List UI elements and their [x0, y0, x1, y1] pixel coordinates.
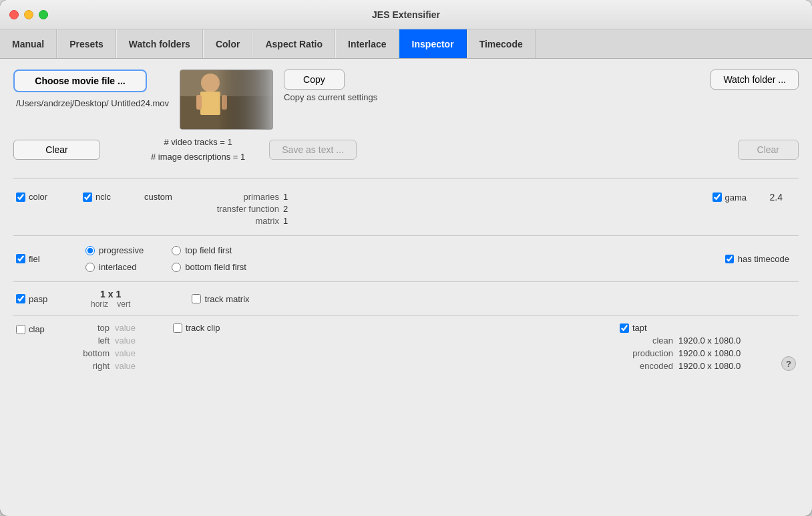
tapt-production-row: production 1920.0 x 1080.0 [620, 348, 765, 358]
clap-left-row: left value [83, 336, 136, 346]
gama-value: 2.4 [770, 192, 783, 203]
tapt-values: clean 1920.0 x 1080.0 production 1920.0 … [620, 336, 765, 371]
pasp-checkbox-label[interactable]: pasp [16, 294, 69, 304]
has-timecode-group: has timecode [725, 254, 796, 264]
window-title: JES Extensifier [372, 9, 440, 20]
color-checkbox-label[interactable]: color [16, 192, 69, 202]
matrix-value: 1 [283, 216, 296, 226]
tab-interlace[interactable]: Interlace [335, 29, 399, 58]
content-area: Choose movie file ... /Users/andrzej/Des… [0, 59, 812, 516]
transfer-fn-value: 2 [283, 204, 296, 214]
clap-checkbox-label[interactable]: clap [16, 323, 69, 334]
progressive-radio[interactable] [85, 246, 95, 255]
top-field-radio-label[interactable]: top field first [172, 245, 246, 255]
track-matrix-checkbox[interactable] [192, 294, 201, 303]
copy-button[interactable]: Copy [284, 70, 345, 90]
progressive-radio-label[interactable]: progressive [85, 245, 144, 255]
clap-checkbox[interactable] [16, 325, 25, 334]
field-order-group: top field first bottom field first [172, 245, 246, 272]
tapt-check-area: tapt [620, 323, 765, 333]
clap-right-value: value [115, 361, 136, 371]
minimize-button[interactable] [24, 10, 33, 19]
stats-area: # video tracks = 1 # image descriptions … [151, 135, 245, 164]
tab-aspect-ratio[interactable]: Aspect Ratio [252, 29, 335, 58]
clear-button[interactable]: Clear [13, 140, 100, 160]
traffic-lights [9, 10, 48, 19]
watch-folder-button[interactable]: Watch folder ... [710, 70, 799, 90]
clap-top-value: value [115, 323, 136, 333]
clap-right-label: right [83, 361, 110, 371]
movie-thumbnail [180, 70, 273, 130]
color-checkbox[interactable] [16, 192, 25, 202]
nclc-checkbox-label[interactable]: nclc [83, 192, 136, 202]
pasp-vert-label: vert [117, 299, 130, 309]
tab-watch-folders[interactable]: Watch folders [116, 29, 203, 58]
has-timecode-checkbox[interactable] [725, 255, 734, 263]
choose-movie-button[interactable]: Choose movie file ... [13, 70, 147, 92]
track-matrix-checkbox-label[interactable]: track matrix [192, 294, 249, 304]
tapt-clean-label: clean [620, 336, 673, 346]
transfer-fn-row: transfer function 2 [199, 204, 296, 214]
tapt-checkbox[interactable] [620, 324, 629, 333]
clap-left-label: left [83, 336, 110, 346]
main-window: JES Extensifier Manual Presets Watch fol… [0, 0, 812, 516]
matrix-row: matrix 1 [199, 216, 296, 226]
gama-group: gama 2.4 [713, 192, 796, 203]
titlebar: JES Extensifier [0, 0, 812, 29]
primaries-value: 1 [283, 192, 296, 202]
tapt-encoded-row: encoded 1920.0 x 1080.0 [620, 361, 765, 371]
scan-type-group: progressive interlaced [85, 245, 144, 272]
interlaced-radio[interactable] [85, 263, 95, 272]
gama-checkbox[interactable] [713, 192, 722, 202]
matrix-label: matrix [199, 216, 279, 226]
pasp-horiz-label: horiz [91, 299, 108, 309]
clap-right-row: right value [83, 361, 136, 371]
clap-bottom-label: bottom [83, 348, 110, 358]
bottom-field-radio-label[interactable]: bottom field first [172, 262, 246, 272]
tab-presets[interactable]: Presets [57, 29, 116, 58]
track-clip-checkbox[interactable] [173, 324, 182, 333]
nclc-group: nclc custom [83, 192, 172, 202]
clap-top-label: top [83, 323, 110, 333]
interlaced-radio-label[interactable]: interlaced [85, 262, 144, 272]
tab-manual[interactable]: Manual [0, 29, 57, 58]
color-section: color nclc custom primaries 1 transfer f… [13, 182, 799, 236]
clap-bottom-row: bottom value [83, 348, 136, 358]
tapt-clean-value: 1920.0 x 1080.0 [678, 336, 765, 346]
tab-timecode[interactable]: Timecode [467, 29, 536, 58]
tapt-encoded-label: encoded [620, 361, 673, 371]
track-clip-checkbox-label[interactable]: track clip [173, 323, 226, 333]
help-button[interactable]: ? [781, 356, 796, 371]
gama-checkbox-label[interactable]: gama [713, 192, 766, 203]
tab-inspector[interactable]: Inspector [399, 29, 467, 58]
save-text-button[interactable]: Save as text ... [269, 140, 357, 160]
pasp-ratio: 1 x 1 [91, 289, 130, 299]
close-button[interactable] [9, 10, 19, 19]
tabbar: Manual Presets Watch folders Color Aspec… [0, 29, 812, 59]
nclc-checkbox[interactable] [83, 192, 92, 202]
tapt-checkbox-label[interactable]: tapt [620, 323, 673, 333]
nclc-value: custom [144, 192, 172, 202]
video-tracks-stat: # video tracks = 1 [151, 135, 245, 150]
primaries-row: primaries 1 [199, 192, 296, 202]
top-field-radio[interactable] [172, 246, 181, 255]
clap-left-value: value [115, 336, 136, 346]
copy-description: Copy as current settings [284, 92, 377, 102]
divider-1 [13, 178, 799, 178]
bottom-field-radio[interactable] [172, 263, 181, 272]
clap-bottom-value: value [115, 348, 136, 358]
pasp-checkbox[interactable] [16, 294, 25, 303]
pasp-values: 1 x 1 horiz vert [91, 289, 130, 309]
copy-area: Copy Copy as current settings [284, 70, 377, 102]
pasp-section: pasp 1 x 1 horiz vert track matrix [13, 282, 799, 316]
tapt-clean-row: clean 1920.0 x 1080.0 [620, 336, 765, 346]
tab-color[interactable]: Color [203, 29, 253, 58]
clap-top-row: top value [83, 323, 136, 333]
tapt-encoded-value: 1920.0 x 1080.0 [678, 361, 765, 371]
fiel-checkbox[interactable] [16, 254, 25, 263]
clear-button-2[interactable]: Clear [738, 140, 799, 160]
maximize-button[interactable] [39, 10, 48, 19]
image-desc-stat: # image descriptions = 1 [151, 150, 245, 164]
file-path: /Users/andrzej/Desktop/ Untitled24.mov [16, 98, 169, 110]
fiel-checkbox-label[interactable]: fiel [16, 254, 69, 264]
